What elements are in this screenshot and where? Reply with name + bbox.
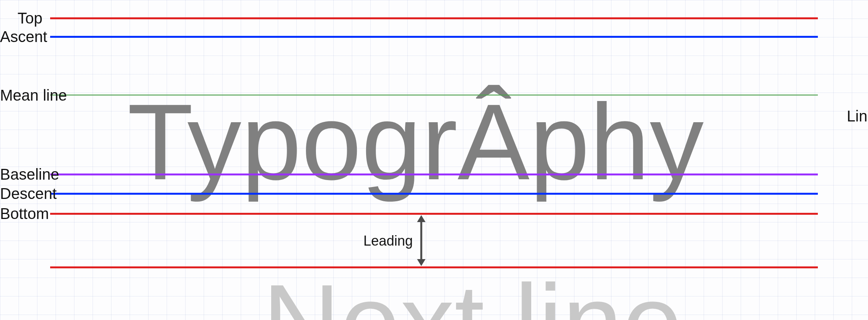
diagram-layer: TypogrÂphy Next line TopAscentMean lineB… [0,0,868,320]
svg-marker-4 [417,215,426,222]
svg-marker-5 [417,259,426,266]
leading-label: Leading [363,233,413,249]
leading-arrow-icon [0,0,868,320]
